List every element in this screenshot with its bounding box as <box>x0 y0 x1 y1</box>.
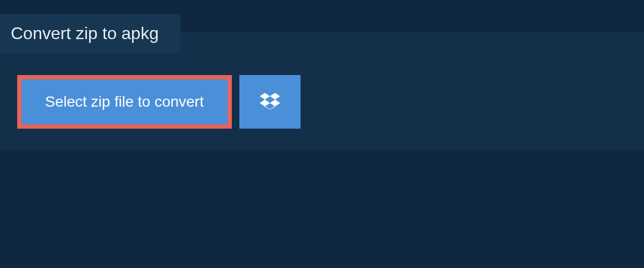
tab-convert[interactable]: Convert zip to apkg <box>0 14 180 53</box>
select-file-button-label: Select zip file to convert <box>45 93 204 110</box>
select-file-button[interactable]: Select zip file to convert <box>17 75 232 129</box>
tab-label: Convert zip to apkg <box>11 24 159 43</box>
button-row: Select zip file to convert <box>0 54 644 129</box>
dropbox-icon <box>260 91 280 113</box>
converter-panel: Convert zip to apkg Select zip file to c… <box>0 32 644 150</box>
dropbox-button[interactable] <box>239 75 301 129</box>
